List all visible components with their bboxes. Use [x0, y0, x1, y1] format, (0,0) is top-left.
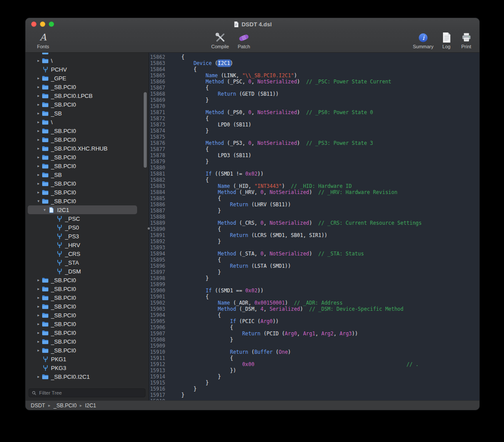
summary-button[interactable]: i Summary: [410, 32, 436, 49]
code-line[interactable]: 15899: [149, 281, 479, 287]
code-line[interactable]: 15867 {: [149, 85, 479, 91]
minimize-button[interactable]: [40, 22, 45, 27]
code-line[interactable]: 15914 }: [149, 374, 479, 380]
chevron-collapsed-icon[interactable]: ▸: [35, 59, 42, 63]
code-line[interactable]: 15882 {: [149, 177, 479, 183]
breadcrumb-item[interactable]: DSDT: [31, 402, 45, 409]
code-line[interactable]: 15862 {: [149, 54, 479, 60]
code-line[interactable]: 15901 {: [149, 294, 479, 300]
tree-item-_SB.PCI0[interactable]: ▸_SB.PCI0: [25, 284, 149, 293]
tree-item-_SB[interactable]: ▸_SB: [25, 109, 149, 118]
tree-item-PCHV[interactable]: PCHV: [25, 65, 149, 74]
code-line[interactable]: 15886 Return (LHRV (SB11)): [149, 201, 479, 208]
tree-item-_SB.PCI0.I2C1[interactable]: ▸_SB.PCI0.I2C1: [25, 372, 149, 381]
tree-item-_SB.PCI0[interactable]: ▸_SB.PCI0: [25, 276, 149, 284]
code-line[interactable]: 15893: [149, 244, 479, 251]
tree-item-_HRV[interactable]: _HRV: [25, 241, 149, 249]
patch-button[interactable]: Patch: [233, 32, 254, 49]
chevron-collapsed-icon[interactable]: ▸: [35, 147, 42, 151]
code-line[interactable]: 15877 {: [149, 146, 479, 152]
code-line[interactable]: 15908 }: [149, 337, 479, 343]
code-line[interactable]: 15887 }: [149, 208, 479, 214]
tree-item-_SB.PCI0[interactable]: ▸_SB.PCI0: [25, 100, 149, 109]
code-line[interactable]: 15868 Return (GETD (SB11)): [149, 91, 479, 97]
tree-item-_STA[interactable]: _STA: [25, 258, 149, 267]
chevron-collapsed-icon[interactable]: ▸: [35, 322, 42, 326]
pane-splitter[interactable]: [149, 53, 149, 400]
tree-item-_SB[interactable]: ▸_SB: [25, 170, 149, 179]
chevron-expanded-icon[interactable]: ▾: [41, 208, 48, 212]
chevron-collapsed-icon[interactable]: ▸: [35, 375, 42, 379]
tree-item-_PS3[interactable]: _PS3: [25, 232, 149, 241]
code-line[interactable]: 15902 Name (_ADR, 0x00150001) // _ADR: A…: [149, 300, 479, 306]
code-line[interactable]: 15917 }: [149, 392, 479, 398]
code-line[interactable]: 15878 LPD3 (SB11): [149, 152, 479, 158]
code-line[interactable]: 15895 {: [149, 257, 479, 263]
tree-item-_SB.PCI0[interactable]: ▸_SB.PCI0: [25, 320, 149, 328]
chevron-collapsed-icon[interactable]: ▸: [35, 182, 42, 186]
chevron-collapsed-icon[interactable]: ▸: [35, 296, 42, 300]
tree-item-_SB.PCI0[interactable]: ▸_SB.PCI0: [25, 179, 149, 188]
tree-item-_SB.PCI0[interactable]: ▸_SB.PCI0: [25, 153, 149, 162]
code-line[interactable]: 15870: [149, 103, 479, 109]
code-line[interactable]: 15890 {: [149, 226, 479, 232]
code-line[interactable]: 15873 LPD0 (SB11): [149, 122, 479, 128]
compile-button[interactable]: Compile: [208, 32, 232, 49]
sidebar-scrollbar-thumb[interactable]: [144, 92, 147, 168]
code-line[interactable]: 15889 Method (_CRS, 0, NotSerialized) //…: [149, 220, 479, 226]
chevron-collapsed-icon[interactable]: ▸: [35, 85, 42, 89]
code-line[interactable]: 15896 Return (LSTA (SMD1)): [149, 263, 479, 269]
code-line[interactable]: 15905 If (PCIC (Arg0)): [149, 318, 479, 324]
code-line[interactable]: 15885 {: [149, 195, 479, 201]
titlebar[interactable]: DSDT 4.dsl: [25, 18, 479, 30]
code-line[interactable]: 15897 }: [149, 269, 479, 275]
tree-item-root[interactable]: ▸\: [25, 56, 149, 65]
tree-item-I2C1[interactable]: ▾I2C1: [25, 205, 149, 214]
tree-item-_SB.PCI0[interactable]: ▸_SB.PCI0: [25, 188, 149, 197]
tree-item-root[interactable]: ▸\: [25, 118, 149, 126]
code-editor[interactable]: 15862 {15863 Device (I2C1)15864 {15865 N…: [149, 53, 479, 400]
code-line[interactable]: 15869 }: [149, 97, 479, 103]
splitter-handle[interactable]: [148, 227, 150, 230]
chevron-collapsed-icon[interactable]: ▸: [35, 120, 42, 124]
code-line[interactable]: 15879 }: [149, 158, 479, 165]
chevron-collapsed-icon[interactable]: ▸: [35, 76, 42, 80]
code-line[interactable]: 15866 Method (_PSC, 0, NotSerialized) //…: [149, 79, 479, 85]
code-line[interactable]: 15909: [149, 343, 479, 349]
code-line[interactable]: 15876 Method (_PS3, 0, NotSerialized) //…: [149, 140, 479, 146]
code-line[interactable]: 15864 {: [149, 66, 479, 72]
filter-tree-input[interactable]: [38, 390, 142, 396]
chevron-collapsed-icon[interactable]: ▸: [35, 164, 42, 168]
code-line[interactable]: 15884 Method (_HRV, 0, NotSerialized) //…: [149, 189, 479, 195]
code-line[interactable]: 15916 }: [149, 386, 479, 392]
chevron-collapsed-icon[interactable]: ▸: [35, 313, 42, 317]
tree-item-PKG1[interactable]: PKG1: [25, 355, 149, 363]
tree-item[interactable]: [25, 53, 149, 56]
code-line[interactable]: 15871 Method (_PS0, 0, NotSerialized) //…: [149, 109, 479, 115]
print-button[interactable]: Print: [457, 32, 476, 49]
code-line[interactable]: 15863 Device (I2C1): [149, 60, 479, 66]
code-line[interactable]: 15872 {: [149, 115, 479, 122]
code-line[interactable]: 15874 }: [149, 128, 479, 134]
fonts-button[interactable]: A Fonts: [31, 32, 55, 49]
close-button[interactable]: [31, 22, 36, 27]
chevron-collapsed-icon[interactable]: ▸: [35, 111, 42, 115]
code-line[interactable]: 15915 }: [149, 380, 479, 386]
code-line[interactable]: 15883 Name (_HID, "INT3443") // _HID: Ha…: [149, 183, 479, 189]
chevron-collapsed-icon[interactable]: ▸: [35, 173, 42, 177]
chevron-expanded-icon[interactable]: ▾: [35, 199, 42, 203]
tree-item-_SB.PCI0[interactable]: ▸_SB.PCI0: [25, 162, 149, 170]
chevron-collapsed-icon[interactable]: ▸: [35, 340, 42, 344]
tree-item-_DSM[interactable]: _DSM: [25, 267, 149, 276]
tree-item-PKG3[interactable]: PKG3: [25, 363, 149, 372]
chevron-collapsed-icon[interactable]: ▸: [35, 305, 42, 309]
tree-item-_SB.PCI0[interactable]: ▸_SB.PCI0: [25, 135, 149, 144]
code-line[interactable]: 15865 Name (LINK, "\\_SB.PCI0.I2C1"): [149, 72, 479, 79]
chevron-collapsed-icon[interactable]: ▸: [35, 349, 42, 352]
chevron-collapsed-icon[interactable]: ▸: [35, 287, 42, 291]
tree-item-_SB.PCI0[interactable]: ▸_SB.PCI0: [25, 328, 149, 337]
code-line[interactable]: 15888: [149, 214, 479, 220]
code-line[interactable]: 15900 If ((SMD1 == 0x02)): [149, 287, 479, 294]
breadcrumb-item[interactable]: I2C1: [85, 402, 96, 409]
code-line[interactable]: 15904 {: [149, 312, 479, 318]
